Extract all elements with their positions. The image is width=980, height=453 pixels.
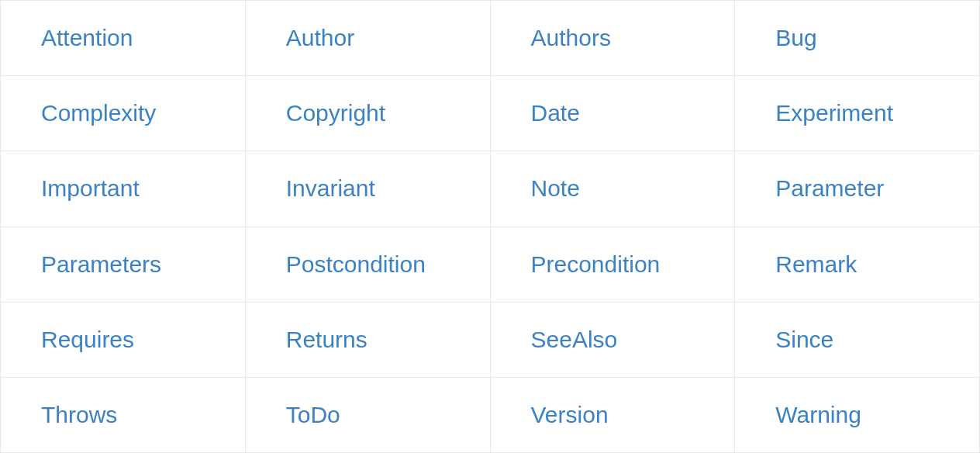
table-cell: Since	[735, 303, 979, 377]
table-cell: Version	[491, 378, 736, 452]
keyword-link-precondition[interactable]: Precondition	[531, 251, 661, 278]
keyword-link-important[interactable]: Important	[41, 175, 140, 202]
table-row: Important Invariant Note Parameter	[1, 151, 979, 226]
table-cell: Postcondition	[246, 227, 491, 302]
table-cell: Author	[246, 1, 491, 75]
keyword-link-parameter[interactable]: Parameter	[775, 175, 884, 202]
table-row: Parameters Postcondition Precondition Re…	[1, 227, 979, 303]
keyword-link-todo[interactable]: ToDo	[286, 402, 340, 428]
keyword-link-warning[interactable]: Warning	[775, 402, 861, 428]
table-cell: Date	[491, 76, 736, 150]
keyword-link-since[interactable]: Since	[775, 327, 833, 353]
keyword-link-seealso[interactable]: SeeAlso	[531, 327, 618, 353]
table-cell: Important	[1, 151, 246, 226]
keyword-link-postcondition[interactable]: Postcondition	[286, 251, 426, 278]
table-row: Throws ToDo Version Warning	[1, 378, 979, 452]
table-cell: ToDo	[246, 378, 491, 452]
table-cell: Parameter	[735, 151, 979, 226]
keyword-link-parameters[interactable]: Parameters	[41, 251, 161, 278]
table-cell: Copyright	[246, 76, 491, 150]
table-cell: Warning	[735, 378, 979, 452]
table-cell: Throws	[1, 378, 246, 452]
keyword-link-attention[interactable]: Attention	[41, 25, 133, 51]
table-cell: Returns	[246, 303, 491, 377]
table-cell: Precondition	[491, 227, 736, 302]
keyword-link-authors[interactable]: Authors	[531, 25, 611, 51]
keyword-link-date[interactable]: Date	[531, 100, 580, 126]
keyword-link-version[interactable]: Version	[531, 402, 609, 428]
table-cell: Attention	[1, 1, 246, 75]
keyword-link-copyright[interactable]: Copyright	[286, 100, 385, 126]
keyword-link-bug[interactable]: Bug	[775, 25, 816, 51]
table-row: Requires Returns SeeAlso Since	[1, 303, 979, 378]
table-row: Complexity Copyright Date Experiment	[1, 76, 979, 151]
documentation-keywords-table: Attention Author Authors Bug Complexity …	[0, 0, 980, 453]
table-cell: Bug	[735, 1, 979, 75]
table-row: Attention Author Authors Bug	[1, 1, 979, 76]
table-cell: SeeAlso	[491, 303, 736, 377]
keyword-link-author[interactable]: Author	[286, 25, 354, 51]
table-cell: Note	[491, 151, 736, 226]
keyword-link-complexity[interactable]: Complexity	[41, 100, 156, 126]
keyword-link-returns[interactable]: Returns	[286, 327, 368, 353]
keyword-link-requires[interactable]: Requires	[41, 327, 134, 353]
table-cell: Parameters	[1, 227, 246, 302]
keyword-link-note[interactable]: Note	[531, 175, 580, 202]
table-cell: Invariant	[246, 151, 491, 226]
table-cell: Complexity	[1, 76, 246, 150]
table-cell: Requires	[1, 303, 246, 377]
table-cell: Authors	[491, 1, 736, 75]
keyword-link-throws[interactable]: Throws	[41, 402, 117, 428]
keyword-link-invariant[interactable]: Invariant	[286, 175, 375, 202]
table-cell: Experiment	[735, 76, 979, 150]
keyword-link-experiment[interactable]: Experiment	[775, 100, 893, 126]
table-cell: Remark	[735, 227, 979, 302]
keyword-link-remark[interactable]: Remark	[775, 251, 857, 278]
